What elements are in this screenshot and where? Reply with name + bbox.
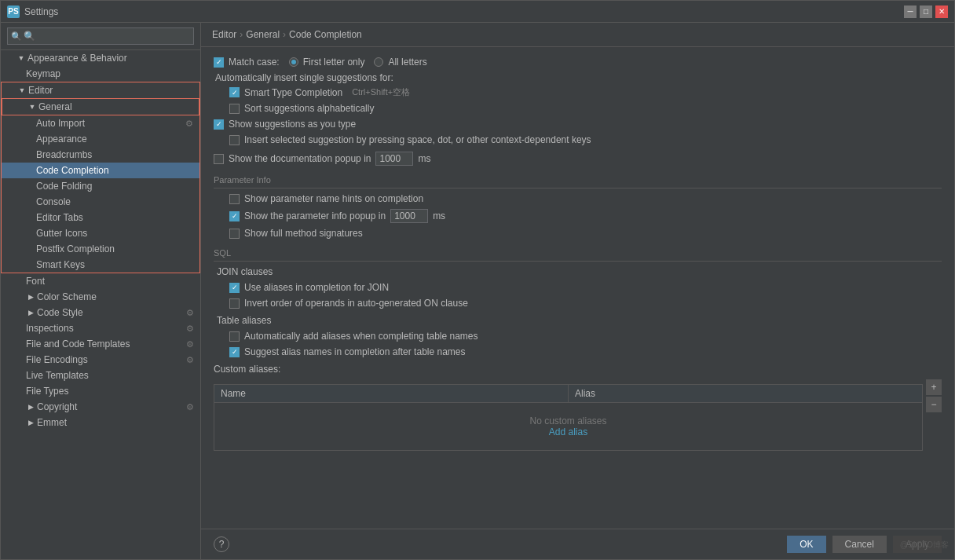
maximize-button[interactable]: □ — [920, 5, 932, 18]
sidebar-item-editor[interactable]: ▼ Editor — [2, 82, 199, 98]
invert-order-checkbox[interactable] — [229, 298, 240, 309]
help-button[interactable]: ? — [214, 536, 229, 552]
sidebar-item-label: Console — [36, 196, 71, 207]
sidebar-item-smart-keys[interactable]: Smart Keys — [2, 257, 199, 273]
minimize-button[interactable]: ─ — [904, 5, 917, 18]
gear-icon: ⚙ — [186, 324, 194, 334]
suggest-alias-row: Suggest alias names in completion after … — [214, 346, 942, 357]
auto-add-aliases-checkbox[interactable] — [229, 331, 240, 342]
sidebar-item-postfix-completion[interactable]: Postfix Completion — [2, 241, 199, 257]
sidebar-item-breadcrumbs[interactable]: Breadcrumbs — [2, 147, 199, 163]
sidebar-item-label: General — [38, 101, 72, 112]
insert-selected-checkbox[interactable] — [229, 135, 240, 145]
auto-insert-label: Automatically insert single suggestions … — [215, 72, 942, 83]
sidebar-item-label: Emmet — [37, 417, 67, 428]
show-suggestions-checkbox[interactable] — [214, 119, 224, 130]
parameter-info-header: Parameter Info — [214, 175, 942, 188]
match-case-checkbox[interactable] — [214, 57, 224, 68]
param-hints-label: Show parameter name hints on completion — [244, 193, 423, 204]
invert-order-label: Invert order of operands in auto-generat… — [244, 298, 468, 309]
table-side-buttons: + − — [926, 379, 942, 412]
sidebar-item-code-style[interactable]: ▶ Code Style ⚙ — [1, 305, 200, 320]
search-area: 🔍 — [1, 23, 200, 50]
all-letters-radio[interactable] — [374, 57, 383, 67]
sidebar-item-editor-tabs[interactable]: Editor Tabs — [2, 210, 199, 225]
search-input[interactable] — [7, 27, 194, 45]
sidebar-item-copyright[interactable]: ▶ Copyright ⚙ — [1, 399, 200, 415]
sidebar-item-code-completion[interactable]: Code Completion — [2, 163, 199, 178]
sidebar-item-color-scheme[interactable]: ▶ Color Scheme — [1, 289, 200, 305]
smart-type-checkbox[interactable] — [229, 87, 240, 97]
sidebar-item-appearance-behavior[interactable]: ▼ Appearance & Behavior — [1, 50, 200, 66]
sort-suggestions-checkbox[interactable] — [229, 104, 240, 114]
doc-popup-label: Show the documentation popup in — [229, 153, 371, 164]
expand-arrow: ▼ — [17, 86, 27, 95]
auto-add-aliases-label: Automatically add aliases when completin… — [244, 331, 478, 342]
sidebar-item-label: Smart Keys — [36, 259, 85, 270]
doc-popup-input[interactable] — [375, 152, 413, 166]
gear-icon: ⚙ — [186, 339, 194, 350]
sidebar-item-gutter-icons[interactable]: Gutter Icons — [2, 225, 199, 241]
breadcrumb: Editor › General › Code Completion — [201, 23, 954, 47]
expand-arrow: ▼ — [16, 53, 26, 63]
match-case-checkbox-wrapper: Match case: — [214, 57, 280, 68]
window-title: Settings — [24, 6, 904, 17]
sidebar-item-live-templates[interactable]: Live Templates — [1, 368, 200, 383]
table-body: No custom aliases Add alias — [214, 403, 922, 450]
first-letter-label: First letter only — [303, 57, 365, 68]
sidebar-item-keymap[interactable]: Keymap — [1, 66, 200, 82]
doc-popup-checkbox[interactable] — [214, 154, 224, 164]
add-alias-button[interactable]: + — [926, 379, 942, 395]
sidebar-item-label: Appearance & Behavior — [27, 53, 127, 64]
sidebar: 🔍 ▼ Appearance & Behavior Keymap ▼ Edito… — [1, 23, 201, 559]
match-case-label: Match case: — [229, 57, 280, 68]
auto-add-aliases-wrapper: Automatically add aliases when completin… — [229, 331, 478, 342]
expand-arrow: ▶ — [26, 292, 35, 302]
sidebar-item-code-folding[interactable]: Code Folding — [2, 178, 199, 194]
cancel-button[interactable]: Cancel — [832, 536, 887, 553]
breadcrumb-part-editor: Editor — [212, 29, 236, 40]
sidebar-item-label: Code Folding — [36, 181, 92, 192]
ok-button[interactable]: OK — [787, 536, 825, 553]
right-panel: Editor › General › Code Completion Match… — [201, 23, 954, 559]
editor-section-outline: ▼ Editor ▼ General Auto Import ⚙ Appeara… — [1, 82, 200, 273]
settings-content: Match case: First letter only All letter… — [201, 47, 954, 529]
gear-icon: ⚙ — [185, 119, 193, 129]
sidebar-item-console[interactable]: Console — [2, 194, 199, 210]
smart-type-checkbox-wrapper: Smart Type Completion Ctrl+Shift+空格 — [229, 86, 410, 98]
sidebar-item-label: Inspections — [26, 323, 74, 334]
param-hints-row: Show parameter name hints on completion — [214, 193, 942, 204]
suggest-alias-checkbox[interactable] — [229, 347, 240, 357]
doc-popup-ms: ms — [418, 153, 430, 164]
close-button[interactable]: ✕ — [935, 5, 948, 18]
breadcrumb-part-completion: Code Completion — [289, 29, 362, 40]
sort-suggestions-wrapper: Sort suggestions alphabetically — [229, 103, 374, 114]
search-wrapper: 🔍 — [7, 27, 194, 45]
sidebar-item-appearance[interactable]: Appearance — [2, 131, 199, 147]
full-method-checkbox[interactable] — [229, 229, 240, 239]
sidebar-item-file-encodings[interactable]: File Encodings ⚙ — [1, 352, 200, 368]
remove-alias-button[interactable]: − — [926, 397, 942, 412]
app-icon: PS — [7, 5, 20, 18]
sidebar-item-label: File Types — [26, 386, 68, 397]
title-bar: PS Settings ─ □ ✕ — [1, 1, 954, 23]
param-info-popup-checkbox[interactable] — [229, 211, 240, 221]
param-popup-input[interactable] — [390, 209, 428, 223]
use-aliases-join-checkbox[interactable] — [229, 283, 240, 293]
sidebar-item-label: Font — [26, 276, 45, 287]
sidebar-item-inspections[interactable]: Inspections ⚙ — [1, 320, 200, 336]
match-case-row: Match case: First letter only All letter… — [214, 57, 942, 68]
sidebar-item-label: Color Scheme — [37, 291, 97, 302]
breadcrumb-sep1: › — [240, 29, 243, 40]
sidebar-item-font[interactable]: Font — [1, 273, 200, 289]
use-aliases-join-label: Use aliases in completion for JOIN — [244, 282, 389, 293]
first-letter-radio[interactable] — [289, 57, 298, 67]
add-alias-link[interactable]: Add alias — [549, 426, 587, 437]
sidebar-item-file-types[interactable]: File Types — [1, 383, 200, 399]
sidebar-item-general[interactable]: ▼ General — [2, 99, 199, 115]
first-letter-radio-wrapper: First letter only — [289, 57, 365, 68]
sidebar-item-emmet[interactable]: ▶ Emmet — [1, 415, 200, 430]
param-hints-checkbox[interactable] — [229, 194, 240, 204]
sidebar-item-auto-import[interactable]: Auto Import ⚙ — [2, 115, 199, 131]
sidebar-item-file-code-templates[interactable]: File and Code Templates ⚙ — [1, 336, 200, 352]
